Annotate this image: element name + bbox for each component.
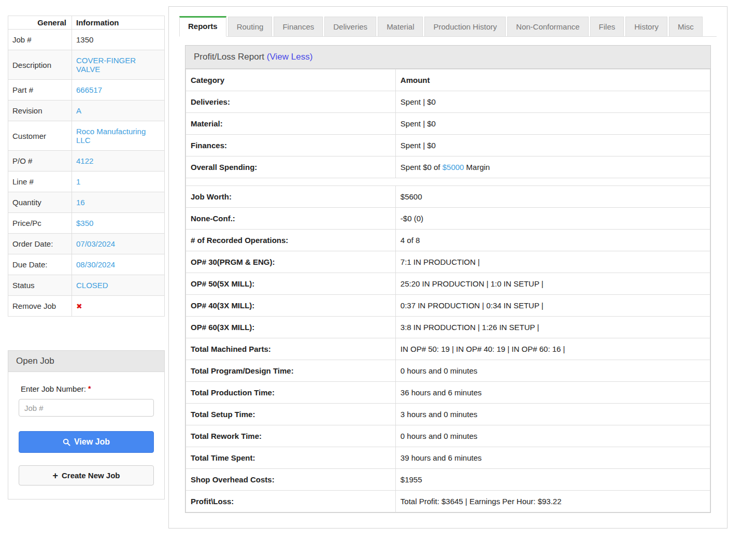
- tab-material[interactable]: Material: [378, 17, 423, 36]
- info-row-quantity: Quantity 16: [8, 192, 165, 213]
- info-row-revision: Revision A: [8, 101, 165, 121]
- amount-cell: 3 hours and 0 minutes: [395, 404, 710, 425]
- category-cell: OP# 40(3X MILL):: [186, 295, 396, 317]
- amount-cell: $5600: [395, 186, 710, 208]
- tab-deliveries[interactable]: Deliveries: [324, 17, 376, 36]
- category-cell: OP# 30(PRGM & ENG):: [186, 251, 396, 273]
- info-row-order-date: Order Date: 07/03/2024: [8, 234, 165, 254]
- remove-job-icon[interactable]: ✖: [76, 302, 82, 310]
- tab-reports[interactable]: Reports: [179, 16, 226, 37]
- info-row-part-number: Part # 666517: [8, 80, 165, 101]
- category-cell: Total Setup Time:: [186, 404, 396, 425]
- category-cell: Finances:: [186, 135, 396, 156]
- info-label: Revision: [8, 101, 72, 121]
- amount-cell: 36 hours and 6 minutes: [395, 382, 710, 404]
- table-row: OP# 60(3X MILL): 3:8 IN PRODUCTION | 1:2…: [186, 317, 710, 338]
- table-row: Finances: Spent | $0: [186, 135, 710, 156]
- amount-column-header: Amount: [395, 69, 710, 91]
- amount-cell: 0:37 IN PRODUCTION | 0:34 IN SETUP |: [395, 295, 710, 317]
- category-cell: Profit\Loss:: [186, 491, 396, 512]
- amount-cell: -$0 (0): [395, 208, 710, 230]
- table-row: Job Worth: $5600: [186, 186, 710, 208]
- info-label: Line #: [8, 172, 72, 192]
- category-cell: Material:: [186, 113, 396, 135]
- info-row-description: Description COVER-FINGER VALVE: [8, 50, 165, 80]
- report-header-row: Category Amount: [186, 69, 710, 91]
- open-job-title: Open Job: [8, 350, 165, 372]
- due-date-link[interactable]: 08/30/2024: [76, 260, 115, 269]
- create-new-job-button[interactable]: + Create New Job: [19, 465, 154, 485]
- info-label: Due Date:: [8, 254, 72, 275]
- table-row: # of Recorded Operations: 4 of 8: [186, 230, 710, 251]
- amount-cell: 0 hours and 0 minutes: [395, 360, 710, 382]
- info-label: Status: [8, 275, 72, 296]
- margin-amount-link[interactable]: $5000: [443, 163, 464, 172]
- category-column-header: Category: [186, 69, 396, 91]
- table-row: Profit\Loss: Total Profit: $3645 | Earni…: [186, 491, 710, 512]
- amount-cell: 4 of 8: [395, 230, 710, 251]
- category-cell: Overall Spending:: [186, 156, 396, 178]
- category-cell: Total Program/Design Time:: [186, 360, 396, 382]
- tab-bar: Reports Routing Finances Deliveries Mate…: [179, 16, 717, 37]
- customer-link[interactable]: Roco Manufacturing LLC: [76, 127, 146, 145]
- table-row: Shop Overhead Costs: $1955: [186, 469, 710, 491]
- po-number-link[interactable]: 4122: [76, 156, 93, 165]
- info-label: Customer: [8, 121, 72, 151]
- table-row: Total Production Time: 36 hours and 6 mi…: [186, 382, 710, 404]
- price-pc-link[interactable]: $350: [76, 219, 93, 227]
- amount-cell: 39 hours and 6 minutes: [395, 447, 710, 469]
- info-row-price-pc: Price/Pc $350: [8, 213, 165, 234]
- job-number-input[interactable]: [19, 399, 154, 417]
- info-row-line-number: Line # 1: [8, 172, 165, 192]
- amount-cell: 3:8 IN PRODUCTION | 1:26 IN SETUP |: [395, 317, 710, 338]
- profit-loss-report-box: Profit/Loss Report (View Less) Category …: [185, 45, 711, 513]
- enter-job-number-label: Enter Job Number:: [21, 384, 86, 393]
- overall-margin-text: Margin: [464, 163, 490, 172]
- category-cell: OP# 50(5X MILL):: [186, 273, 396, 295]
- amount-cell: 25:20 IN PRODUCTION | 1:0 IN SETUP |: [395, 273, 710, 295]
- spacer-row: [186, 178, 710, 186]
- category-cell: Job Worth:: [186, 186, 396, 208]
- description-link[interactable]: COVER-FINGER VALVE: [76, 56, 136, 74]
- info-label: Price/Pc: [8, 213, 72, 234]
- status-value[interactable]: CLOSED: [76, 281, 108, 290]
- category-cell: Deliveries:: [186, 91, 396, 113]
- order-date-link[interactable]: 07/03/2024: [76, 239, 115, 248]
- view-less-link[interactable]: (View Less): [267, 52, 313, 62]
- line-number-link[interactable]: 1: [76, 177, 80, 186]
- amount-cell: Spent | $0: [395, 113, 710, 135]
- general-information-header: General Information: [8, 16, 165, 30]
- amount-cell: $1955: [395, 469, 710, 491]
- category-cell: # of Recorded Operations:: [186, 230, 396, 251]
- table-row: OP# 40(3X MILL): 0:37 IN PRODUCTION | 0:…: [186, 295, 710, 317]
- tab-non-conformance[interactable]: Non-Conformance: [507, 17, 589, 36]
- create-new-job-label: Create New Job: [62, 471, 120, 480]
- info-label: Order Date:: [8, 234, 72, 254]
- tab-files[interactable]: Files: [590, 17, 624, 36]
- quantity-link[interactable]: 16: [76, 198, 85, 207]
- report-header: Profit/Loss Report (View Less): [186, 46, 710, 69]
- info-label: Part #: [8, 80, 72, 101]
- tab-misc[interactable]: Misc: [669, 17, 703, 36]
- open-job-panel: Open Job Enter Job Number:* View Job + C…: [8, 350, 165, 499]
- info-label: P/O #: [8, 151, 72, 172]
- info-row-po-number: P/O # 4122: [8, 151, 165, 172]
- tab-history[interactable]: History: [625, 17, 667, 36]
- info-row-job-number: Job # 1350: [8, 30, 165, 50]
- table-row: Total Time Spent: 39 hours and 6 minutes: [186, 447, 710, 469]
- table-row: None-Conf.: -$0 (0): [186, 208, 710, 230]
- table-row: Deliveries: Spent | $0: [186, 91, 710, 113]
- job-number-value: 1350: [76, 35, 93, 44]
- category-cell: Shop Overhead Costs:: [186, 469, 396, 491]
- amount-cell: Spent | $0: [395, 91, 710, 113]
- tab-routing[interactable]: Routing: [228, 17, 273, 36]
- category-cell: Total Time Spent:: [186, 447, 396, 469]
- revision-link[interactable]: A: [76, 106, 81, 115]
- view-job-button[interactable]: View Job: [19, 431, 154, 453]
- part-number-link[interactable]: 666517: [76, 85, 102, 94]
- search-icon: [63, 438, 70, 446]
- table-row: Total Machined Parts: IN OP# 50: 19 | IN…: [186, 338, 710, 360]
- tab-finances[interactable]: Finances: [274, 17, 323, 36]
- tab-production-history[interactable]: Production History: [424, 17, 506, 36]
- category-cell: Total Rework Time:: [186, 425, 396, 447]
